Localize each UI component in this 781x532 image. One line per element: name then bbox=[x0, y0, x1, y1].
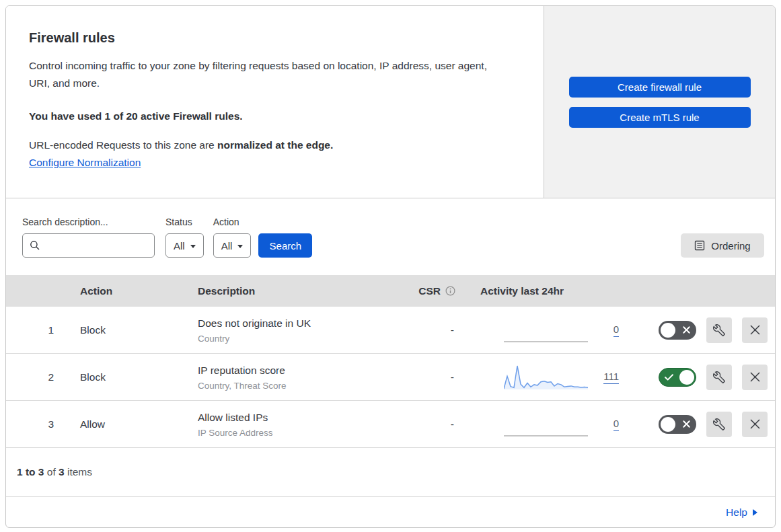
create-firewall-rule-button[interactable]: Create firewall rule bbox=[569, 77, 751, 98]
header-section: Firewall rules Control incoming traffic … bbox=[6, 6, 775, 198]
action-column-header: Action bbox=[73, 285, 192, 297]
activity-column-header: Activity last 24hr bbox=[472, 285, 643, 297]
edit-rule-button[interactable] bbox=[706, 317, 732, 343]
delete-rule-button[interactable] bbox=[742, 412, 768, 437]
status-label: Status bbox=[165, 217, 204, 227]
page-title: Firewall rules bbox=[29, 30, 517, 46]
edit-rule-button[interactable] bbox=[706, 365, 732, 390]
status-filter-group: Status All bbox=[165, 217, 204, 258]
rule-controls bbox=[643, 365, 775, 390]
normalization-bold: normalized at the edge. bbox=[217, 139, 333, 151]
close-icon bbox=[749, 418, 761, 430]
firewall-rules-panel: Firewall rules Control incoming traffic … bbox=[5, 5, 776, 528]
activity-count-link[interactable]: 111 bbox=[603, 371, 619, 384]
table-row: 2 Block IP reputation score Country, Thr… bbox=[6, 354, 775, 401]
rule-activity-cell: 0 bbox=[472, 411, 643, 438]
pagination-summary: 1 to 3 of 3 items bbox=[6, 448, 775, 497]
arrow-right-icon bbox=[753, 509, 757, 516]
search-icon bbox=[30, 240, 40, 251]
rule-controls bbox=[643, 412, 775, 437]
header-text-block: Firewall rules Control incoming traffic … bbox=[6, 6, 544, 198]
toggle-knob bbox=[661, 417, 675, 432]
help-row: Help bbox=[6, 497, 775, 528]
rule-action: Allow bbox=[73, 418, 192, 430]
search-group: Search description... bbox=[22, 217, 155, 258]
action-label: Action bbox=[213, 217, 252, 227]
rule-enabled-toggle[interactable] bbox=[659, 415, 696, 434]
rule-description: Allow listed IPs bbox=[198, 410, 411, 425]
x-icon bbox=[683, 420, 690, 428]
status-select-value: All bbox=[174, 240, 185, 252]
rule-csr: - bbox=[411, 371, 472, 383]
status-select[interactable]: All bbox=[165, 233, 204, 258]
help-link[interactable]: Help bbox=[726, 506, 757, 519]
description-column-header: Description bbox=[192, 285, 411, 297]
wrench-icon bbox=[713, 418, 725, 430]
configure-normalization-link[interactable]: Configure Normalization bbox=[29, 157, 141, 168]
check-icon bbox=[665, 374, 673, 381]
rule-csr: - bbox=[411, 324, 472, 336]
rule-action: Block bbox=[73, 324, 192, 336]
rule-description-cell: IP reputation score Country, Threat Scor… bbox=[192, 363, 411, 392]
table-row: 3 Allow Allow listed IPs IP Source Addre… bbox=[6, 401, 775, 448]
rule-fields: IP Source Address bbox=[198, 426, 411, 439]
filter-bar: Search description... Status All Action … bbox=[6, 198, 775, 275]
action-select-value: All bbox=[221, 240, 233, 252]
activity-count-link[interactable]: 0 bbox=[613, 418, 619, 431]
table-body: 1 Block Does not originate in UK Country… bbox=[6, 307, 775, 448]
activity-sparkline bbox=[504, 317, 588, 344]
close-icon bbox=[749, 371, 761, 383]
action-select[interactable]: All bbox=[213, 233, 252, 258]
chevron-down-icon bbox=[237, 245, 243, 248]
search-button[interactable]: Search bbox=[258, 233, 312, 258]
rule-description: IP reputation score bbox=[198, 363, 411, 378]
create-mtls-rule-button[interactable]: Create mTLS rule bbox=[569, 107, 751, 128]
info-icon[interactable] bbox=[445, 286, 455, 296]
wrench-icon bbox=[713, 371, 725, 383]
activity-sparkline bbox=[504, 364, 588, 391]
rule-csr: - bbox=[411, 418, 472, 430]
table-row: 1 Block Does not originate in UK Country… bbox=[6, 307, 775, 354]
x-icon bbox=[683, 326, 690, 334]
delete-rule-button[interactable] bbox=[742, 317, 768, 343]
close-icon bbox=[749, 324, 761, 336]
table-header: Action Description CSR Activity last 24h… bbox=[6, 275, 775, 307]
actions-sidebar: Create firewall rule Create mTLS rule bbox=[544, 6, 775, 198]
action-filter-group: Action All bbox=[213, 217, 252, 258]
ordering-button[interactable]: Ordering bbox=[681, 233, 764, 258]
rule-enabled-toggle[interactable] bbox=[659, 321, 696, 340]
rule-activity-cell: 111 bbox=[472, 364, 643, 391]
page-description: Control incoming traffic to your zone by… bbox=[29, 57, 507, 92]
list-document-icon bbox=[694, 240, 705, 251]
ordering-button-label: Ordering bbox=[711, 240, 750, 252]
rule-index: 3 bbox=[6, 418, 73, 430]
items-range: 1 to 3 bbox=[17, 466, 44, 478]
rule-description: Does not originate in UK bbox=[198, 315, 411, 331]
rule-index: 1 bbox=[6, 324, 73, 336]
activity-count-link[interactable]: 0 bbox=[613, 324, 619, 337]
rule-activity-cell: 0 bbox=[472, 317, 643, 344]
edit-rule-button[interactable] bbox=[706, 412, 732, 437]
search-input-box[interactable] bbox=[22, 233, 155, 258]
search-label: Search description... bbox=[22, 217, 155, 227]
toggle-knob bbox=[679, 370, 694, 385]
rule-description-cell: Does not originate in UK Country bbox=[192, 315, 411, 345]
rule-fields: Country bbox=[198, 332, 411, 345]
rule-controls bbox=[643, 317, 775, 343]
rule-fields: Country, Threat Score bbox=[198, 379, 411, 392]
rule-enabled-toggle[interactable] bbox=[659, 368, 696, 387]
csr-column-header: CSR bbox=[411, 285, 472, 297]
search-input[interactable] bbox=[46, 239, 147, 252]
delete-rule-button[interactable] bbox=[742, 365, 768, 390]
activity-sparkline bbox=[504, 411, 588, 438]
rule-index: 2 bbox=[6, 371, 73, 383]
chevron-down-icon bbox=[190, 245, 196, 248]
normalization-note: URL-encoded Requests to this zone are no… bbox=[29, 139, 517, 151]
wrench-icon bbox=[713, 324, 725, 336]
rule-description-cell: Allow listed IPs IP Source Address bbox=[192, 410, 411, 439]
usage-summary: You have used 1 of 20 active Firewall ru… bbox=[29, 110, 517, 122]
toggle-knob bbox=[661, 323, 675, 338]
rule-action: Block bbox=[73, 371, 192, 383]
items-total: 3 bbox=[59, 466, 65, 478]
